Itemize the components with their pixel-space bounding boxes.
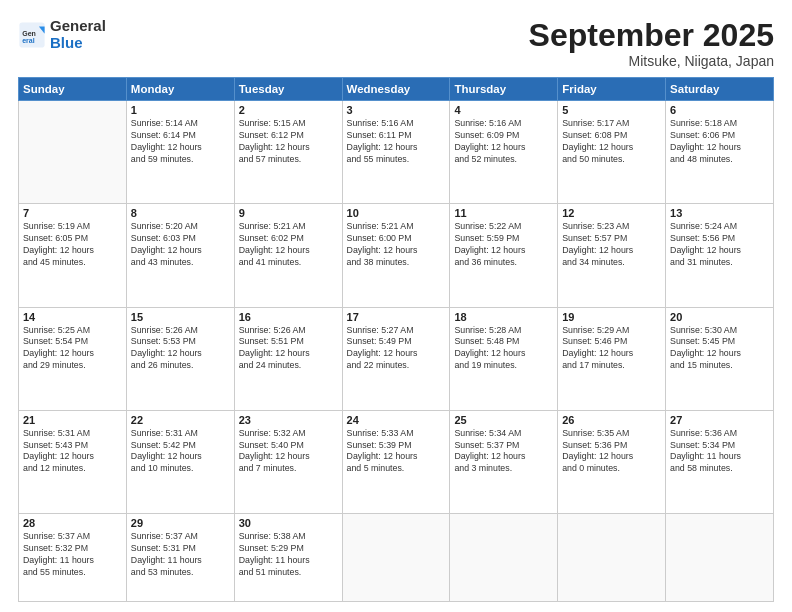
logo: Gen eral General Blue — [18, 18, 106, 51]
header-sunday: Sunday — [19, 78, 127, 101]
svg-text:eral: eral — [22, 37, 35, 44]
day-number: 7 — [23, 207, 122, 219]
day-number: 12 — [562, 207, 661, 219]
day-info: Sunrise: 5:29 AM Sunset: 5:46 PM Dayligh… — [562, 325, 661, 373]
day-number: 2 — [239, 104, 338, 116]
day-number: 3 — [347, 104, 446, 116]
day-info: Sunrise: 5:31 AM Sunset: 5:42 PM Dayligh… — [131, 428, 230, 476]
calendar-cell-w1-d3: 3Sunrise: 5:16 AM Sunset: 6:11 PM Daylig… — [342, 101, 450, 204]
calendar-cell-w1-d2: 2Sunrise: 5:15 AM Sunset: 6:12 PM Daylig… — [234, 101, 342, 204]
day-info: Sunrise: 5:36 AM Sunset: 5:34 PM Dayligh… — [670, 428, 769, 476]
calendar-cell-w3-d5: 19Sunrise: 5:29 AM Sunset: 5:46 PM Dayli… — [558, 307, 666, 410]
location: Mitsuke, Niigata, Japan — [529, 53, 774, 69]
calendar-cell-w2-d0: 7Sunrise: 5:19 AM Sunset: 6:05 PM Daylig… — [19, 204, 127, 307]
day-info: Sunrise: 5:35 AM Sunset: 5:36 PM Dayligh… — [562, 428, 661, 476]
calendar-cell-w1-d4: 4Sunrise: 5:16 AM Sunset: 6:09 PM Daylig… — [450, 101, 558, 204]
calendar-cell-w2-d6: 13Sunrise: 5:24 AM Sunset: 5:56 PM Dayli… — [666, 204, 774, 307]
calendar-cell-w5-d5 — [558, 513, 666, 601]
day-info: Sunrise: 5:24 AM Sunset: 5:56 PM Dayligh… — [670, 221, 769, 269]
day-info: Sunrise: 5:25 AM Sunset: 5:54 PM Dayligh… — [23, 325, 122, 373]
calendar-table: Sunday Monday Tuesday Wednesday Thursday… — [18, 77, 774, 602]
calendar-cell-w4-d5: 26Sunrise: 5:35 AM Sunset: 5:36 PM Dayli… — [558, 410, 666, 513]
day-number: 5 — [562, 104, 661, 116]
day-number: 18 — [454, 311, 553, 323]
calendar-cell-w4-d2: 23Sunrise: 5:32 AM Sunset: 5:40 PM Dayli… — [234, 410, 342, 513]
day-number: 21 — [23, 414, 122, 426]
calendar-cell-w5-d4 — [450, 513, 558, 601]
week-row-3: 14Sunrise: 5:25 AM Sunset: 5:54 PM Dayli… — [19, 307, 774, 410]
calendar-cell-w5-d1: 29Sunrise: 5:37 AM Sunset: 5:31 PM Dayli… — [126, 513, 234, 601]
svg-text:Gen: Gen — [22, 30, 36, 37]
calendar-cell-w4-d3: 24Sunrise: 5:33 AM Sunset: 5:39 PM Dayli… — [342, 410, 450, 513]
day-number: 22 — [131, 414, 230, 426]
week-row-4: 21Sunrise: 5:31 AM Sunset: 5:43 PM Dayli… — [19, 410, 774, 513]
calendar-cell-w2-d1: 8Sunrise: 5:20 AM Sunset: 6:03 PM Daylig… — [126, 204, 234, 307]
calendar-cell-w3-d1: 15Sunrise: 5:26 AM Sunset: 5:53 PM Dayli… — [126, 307, 234, 410]
header-tuesday: Tuesday — [234, 78, 342, 101]
day-info: Sunrise: 5:22 AM Sunset: 5:59 PM Dayligh… — [454, 221, 553, 269]
week-row-2: 7Sunrise: 5:19 AM Sunset: 6:05 PM Daylig… — [19, 204, 774, 307]
day-info: Sunrise: 5:21 AM Sunset: 6:00 PM Dayligh… — [347, 221, 446, 269]
calendar-cell-w3-d2: 16Sunrise: 5:26 AM Sunset: 5:51 PM Dayli… — [234, 307, 342, 410]
calendar-cell-w3-d3: 17Sunrise: 5:27 AM Sunset: 5:49 PM Dayli… — [342, 307, 450, 410]
day-info: Sunrise: 5:16 AM Sunset: 6:09 PM Dayligh… — [454, 118, 553, 166]
header-monday: Monday — [126, 78, 234, 101]
day-number: 16 — [239, 311, 338, 323]
week-row-1: 1Sunrise: 5:14 AM Sunset: 6:14 PM Daylig… — [19, 101, 774, 204]
day-info: Sunrise: 5:27 AM Sunset: 5:49 PM Dayligh… — [347, 325, 446, 373]
day-number: 11 — [454, 207, 553, 219]
day-number: 25 — [454, 414, 553, 426]
day-info: Sunrise: 5:34 AM Sunset: 5:37 PM Dayligh… — [454, 428, 553, 476]
calendar-cell-w4-d6: 27Sunrise: 5:36 AM Sunset: 5:34 PM Dayli… — [666, 410, 774, 513]
day-number: 8 — [131, 207, 230, 219]
calendar-cell-w1-d6: 6Sunrise: 5:18 AM Sunset: 6:06 PM Daylig… — [666, 101, 774, 204]
day-info: Sunrise: 5:32 AM Sunset: 5:40 PM Dayligh… — [239, 428, 338, 476]
day-info: Sunrise: 5:31 AM Sunset: 5:43 PM Dayligh… — [23, 428, 122, 476]
day-number: 9 — [239, 207, 338, 219]
day-info: Sunrise: 5:15 AM Sunset: 6:12 PM Dayligh… — [239, 118, 338, 166]
day-info: Sunrise: 5:21 AM Sunset: 6:02 PM Dayligh… — [239, 221, 338, 269]
day-number: 27 — [670, 414, 769, 426]
calendar-cell-w4-d1: 22Sunrise: 5:31 AM Sunset: 5:42 PM Dayli… — [126, 410, 234, 513]
calendar-cell-w2-d2: 9Sunrise: 5:21 AM Sunset: 6:02 PM Daylig… — [234, 204, 342, 307]
day-info: Sunrise: 5:33 AM Sunset: 5:39 PM Dayligh… — [347, 428, 446, 476]
calendar-cell-w1-d1: 1Sunrise: 5:14 AM Sunset: 6:14 PM Daylig… — [126, 101, 234, 204]
logo-icon: Gen eral — [18, 21, 46, 49]
calendar-cell-w1-d0 — [19, 101, 127, 204]
day-number: 13 — [670, 207, 769, 219]
calendar-cell-w3-d6: 20Sunrise: 5:30 AM Sunset: 5:45 PM Dayli… — [666, 307, 774, 410]
day-number: 14 — [23, 311, 122, 323]
day-info: Sunrise: 5:26 AM Sunset: 5:51 PM Dayligh… — [239, 325, 338, 373]
calendar-cell-w2-d4: 11Sunrise: 5:22 AM Sunset: 5:59 PM Dayli… — [450, 204, 558, 307]
day-info: Sunrise: 5:17 AM Sunset: 6:08 PM Dayligh… — [562, 118, 661, 166]
calendar-cell-w5-d3 — [342, 513, 450, 601]
day-number: 17 — [347, 311, 446, 323]
day-info: Sunrise: 5:38 AM Sunset: 5:29 PM Dayligh… — [239, 531, 338, 579]
day-info: Sunrise: 5:19 AM Sunset: 6:05 PM Dayligh… — [23, 221, 122, 269]
header-friday: Friday — [558, 78, 666, 101]
day-info: Sunrise: 5:18 AM Sunset: 6:06 PM Dayligh… — [670, 118, 769, 166]
day-number: 26 — [562, 414, 661, 426]
calendar-cell-w5-d0: 28Sunrise: 5:37 AM Sunset: 5:32 PM Dayli… — [19, 513, 127, 601]
header-thursday: Thursday — [450, 78, 558, 101]
day-info: Sunrise: 5:26 AM Sunset: 5:53 PM Dayligh… — [131, 325, 230, 373]
logo-general-text: General — [50, 18, 106, 35]
day-number: 10 — [347, 207, 446, 219]
day-number: 24 — [347, 414, 446, 426]
day-number: 6 — [670, 104, 769, 116]
header-saturday: Saturday — [666, 78, 774, 101]
week-row-5: 28Sunrise: 5:37 AM Sunset: 5:32 PM Dayli… — [19, 513, 774, 601]
day-number: 15 — [131, 311, 230, 323]
weekday-header-row: Sunday Monday Tuesday Wednesday Thursday… — [19, 78, 774, 101]
day-info: Sunrise: 5:28 AM Sunset: 5:48 PM Dayligh… — [454, 325, 553, 373]
month-title: September 2025 — [529, 18, 774, 53]
day-number: 29 — [131, 517, 230, 529]
day-number: 28 — [23, 517, 122, 529]
calendar-cell-w2-d5: 12Sunrise: 5:23 AM Sunset: 5:57 PM Dayli… — [558, 204, 666, 307]
logo-blue-text: Blue — [50, 35, 106, 52]
calendar-cell-w4-d0: 21Sunrise: 5:31 AM Sunset: 5:43 PM Dayli… — [19, 410, 127, 513]
day-info: Sunrise: 5:14 AM Sunset: 6:14 PM Dayligh… — [131, 118, 230, 166]
day-info: Sunrise: 5:16 AM Sunset: 6:11 PM Dayligh… — [347, 118, 446, 166]
calendar-cell-w4-d4: 25Sunrise: 5:34 AM Sunset: 5:37 PM Dayli… — [450, 410, 558, 513]
day-info: Sunrise: 5:30 AM Sunset: 5:45 PM Dayligh… — [670, 325, 769, 373]
